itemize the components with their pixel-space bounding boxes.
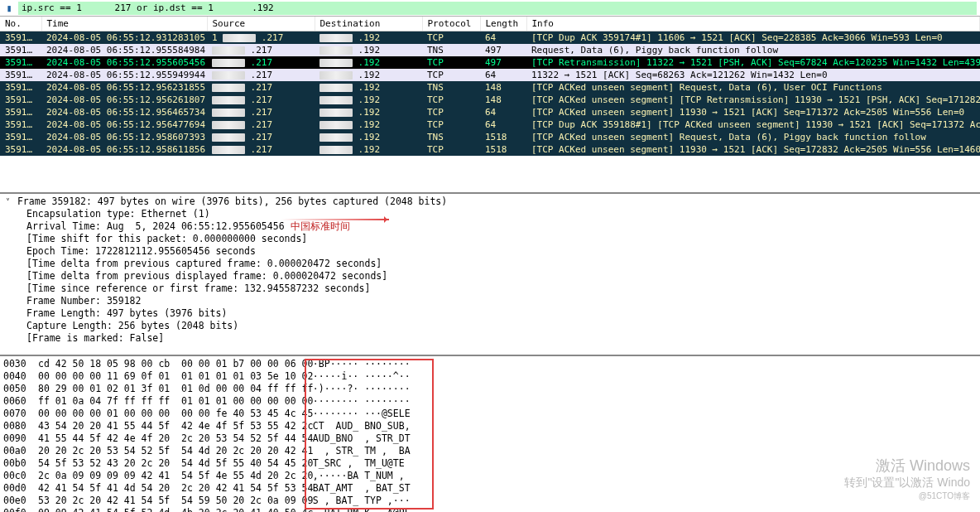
- col-header-length[interactable]: Length: [480, 17, 526, 31]
- detail-line[interactable]: Capture Length: 256 bytes (2048 bits): [3, 320, 977, 332]
- col-header-protocol[interactable]: Protocol: [422, 17, 480, 31]
- detail-line[interactable]: Encapsulation type: Ethernet (1): [3, 208, 977, 220]
- packet-row[interactable]: 3591…2024-08-05 06:55:12.956465734 .217 …: [0, 106, 980, 118]
- hex-row[interactable]: 00f009 09 42 41 54 5f 52 4d 4b 20 2c 20 …: [3, 507, 977, 512]
- packet-details-pane[interactable]: ˅ Frame 359182: 497 bytes on wire (3976 …: [0, 194, 980, 356]
- detail-line[interactable]: [Time delta from previous displayed fram…: [3, 270, 977, 283]
- detail-line[interactable]: Epoch Time: 1722812112.955605456 seconds: [3, 245, 977, 258]
- packet-row[interactable]: 3591…2024-08-05 06:55:12.958611856 .217 …: [0, 143, 980, 156]
- detail-line[interactable]: [Frame is marked: False]: [3, 332, 977, 345]
- col-header-info[interactable]: Info: [526, 17, 980, 31]
- packet-row[interactable]: 3591…2024-08-05 06:55:12.955584984 .217 …: [0, 44, 980, 56]
- detail-line[interactable]: [Time shift for this packet: 0.000000000…: [3, 233, 977, 245]
- packet-row[interactable]: 3591…2024-08-05 06:55:12.956261807 .217 …: [0, 94, 980, 106]
- hex-row[interactable]: 004000 00 00 00 11 69 0f 01 01 01 01 01 …: [3, 370, 977, 383]
- detail-line[interactable]: Frame Length: 497 bytes (3976 bits): [3, 307, 977, 320]
- detail-line[interactable]: [Time since reference or first frame: 13…: [3, 283, 977, 295]
- hex-row[interactable]: 00c02c 0a 09 09 09 09 42 41 54 5f 4e 55 …: [3, 470, 977, 482]
- detail-line[interactable]: Frame Number: 359182: [3, 295, 977, 307]
- annotation-arrow: [281, 219, 389, 220]
- hex-row[interactable]: 0060ff 01 0a 04 7f ff ff ff 01 01 01 00 …: [3, 395, 977, 408]
- packet-hex-pane[interactable]: 0030cd 42 50 18 05 98 00 cb 00 00 01 b7 …: [0, 356, 980, 512]
- detail-line[interactable]: [Time delta from previous captured frame…: [3, 258, 977, 270]
- hex-row[interactable]: 008043 54 20 20 41 55 44 5f 42 4e 4f 5f …: [3, 420, 977, 432]
- hex-row[interactable]: 00d042 41 54 5f 41 4d 54 20 2c 20 42 41 …: [3, 482, 977, 495]
- frame-header[interactable]: ˅ Frame 359182: 497 bytes on wire (3976 …: [3, 196, 977, 208]
- packet-row[interactable]: 3591…2024-08-05 06:55:12.9312831051 .217…: [0, 31, 980, 45]
- filter-bar: ▮: [0, 0, 980, 17]
- display-filter-input[interactable]: [18, 2, 977, 15]
- col-header-no[interactable]: No.: [0, 17, 41, 31]
- collapse-icon[interactable]: ˅: [3, 196, 12, 208]
- hex-row[interactable]: 007000 00 00 00 01 00 00 00 00 00 fe 40 …: [3, 408, 977, 420]
- detail-line[interactable]: Arrival Time: Aug 5, 2024 06:55:12.95560…: [3, 220, 977, 233]
- hex-row[interactable]: 005080 29 00 01 02 01 3f 01 01 0d 00 00 …: [3, 383, 977, 395]
- packet-row[interactable]: 3591…2024-08-05 06:55:12.958607393 .217 …: [0, 131, 980, 143]
- hex-row[interactable]: 009041 55 44 5f 42 4e 4f 20 2c 20 53 54 …: [3, 432, 977, 445]
- packet-row[interactable]: 3591…2024-08-05 06:55:12.955949944 .217 …: [0, 69, 980, 81]
- hex-row[interactable]: 00e053 20 2c 20 42 41 54 5f 54 59 50 20 …: [3, 495, 977, 507]
- bookmark-icon[interactable]: ▮: [3, 2, 15, 14]
- packet-list-pane[interactable]: No. Time Source Destination Protocol Len…: [0, 17, 980, 194]
- col-header-source[interactable]: Source: [207, 17, 315, 31]
- hex-row[interactable]: 00a020 20 2c 20 53 54 52 5f 54 4d 20 2c …: [3, 445, 977, 457]
- packet-row[interactable]: 3591…2024-08-05 06:55:12.955605456 .217 …: [0, 56, 980, 69]
- packet-row[interactable]: 3591…2024-08-05 06:55:12.956477694 .217 …: [0, 118, 980, 131]
- col-header-time[interactable]: Time: [41, 17, 207, 31]
- packet-row[interactable]: 3591…2024-08-05 06:55:12.956231855 .217 …: [0, 81, 980, 94]
- hex-row[interactable]: 0030cd 42 50 18 05 98 00 cb 00 00 01 b7 …: [3, 358, 977, 370]
- col-header-destination[interactable]: Destination: [315, 17, 422, 31]
- packet-table: No. Time Source Destination Protocol Len…: [0, 17, 980, 156]
- hex-row[interactable]: 00b054 5f 53 52 43 20 2c 20 54 4d 5f 55 …: [3, 457, 977, 470]
